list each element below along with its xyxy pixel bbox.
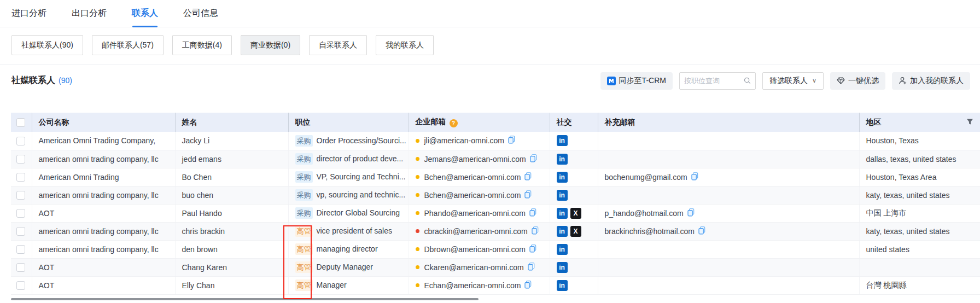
chip-business-registry[interactable]: 工商数据(4) — [172, 35, 232, 55]
region-cell — [859, 258, 980, 276]
one-click-optimize-button[interactable]: 一键优选 — [830, 72, 885, 90]
company-cell: american omni trading company, llc — [32, 186, 175, 204]
company-cell: american omni trading company, llc — [32, 222, 175, 240]
row-checkbox[interactable] — [16, 209, 25, 218]
contact-name-cell: Paul Hando — [175, 204, 288, 222]
select-all-checkbox[interactable] — [16, 118, 25, 127]
row-checkbox[interactable] — [16, 263, 25, 272]
chip-self-collected[interactable]: 自采联系人 — [309, 35, 367, 55]
table-row: american omni trading company, llcden br… — [11, 240, 980, 258]
linkedin-icon[interactable]: in — [557, 190, 568, 201]
social-cell: inX — [550, 222, 598, 240]
table-row: american omni trading company, llcbuo ch… — [11, 186, 980, 204]
row-checkbox[interactable] — [16, 137, 25, 145]
horizontal-scrollbar-thumb[interactable] — [11, 298, 479, 300]
copy-icon[interactable] — [691, 172, 698, 182]
header-extra-email: 补充邮箱 — [598, 113, 859, 132]
company-cell: AOT — [32, 258, 175, 276]
email-text: Ckaren@american-omni.com — [424, 263, 524, 272]
row-checkbox[interactable] — [16, 173, 25, 182]
linkedin-icon[interactable]: in — [557, 172, 568, 183]
x-twitter-icon[interactable]: X — [570, 226, 581, 237]
email-status-dot — [416, 229, 419, 233]
row-checkbox[interactable] — [16, 281, 25, 290]
extra-email-cell — [598, 276, 859, 294]
chip-email-contacts[interactable]: 邮件联系人(57) — [92, 35, 164, 55]
row-checkbox[interactable] — [16, 155, 25, 164]
x-twitter-icon[interactable]: X — [570, 208, 581, 219]
position-cell: 采购director of product deve... — [288, 150, 409, 168]
company-cell: American Omni Trading Company, — [32, 132, 175, 150]
contact-name-cell: den brown — [175, 240, 288, 258]
email-text: Jemans@american-omni.com — [424, 155, 526, 164]
extra-email-cell: bochenumg@gmail.com — [598, 168, 859, 186]
header-position: 职位 — [288, 113, 409, 132]
row-checkbox[interactable] — [16, 227, 25, 236]
linkedin-icon[interactable]: in — [557, 135, 568, 146]
copy-icon[interactable] — [524, 172, 532, 182]
copy-icon[interactable] — [524, 281, 532, 290]
search-icon[interactable] — [744, 77, 751, 85]
social-cell: in — [550, 186, 598, 204]
table-body: American Omni Trading Company,Jacky Li采购… — [11, 132, 980, 294]
copy-icon[interactable] — [687, 208, 695, 218]
filter-contacts-dropdown[interactable]: 筛选联系人 ∨ — [762, 72, 824, 90]
corporate-email-cell: cbrackin@american-omni.com — [409, 222, 550, 240]
row-checkbox[interactable] — [16, 245, 25, 254]
sync-to-tcrm-button[interactable]: 同步至T-CRM — [600, 72, 673, 90]
chip-my-contacts[interactable]: 我的联系人 — [376, 35, 434, 55]
linkedin-icon[interactable]: in — [557, 262, 568, 273]
position-text: Director Global Sourcing — [317, 208, 400, 217]
extra-email-cell: p_hando@hotmail.com — [598, 204, 859, 222]
social-cell: in — [550, 132, 598, 150]
contact-name-cell: Chang Karen — [175, 258, 288, 276]
company-cell: american omni trading company, llc — [32, 240, 175, 258]
add-user-icon — [899, 77, 907, 85]
copy-icon[interactable] — [530, 154, 537, 164]
linkedin-icon[interactable]: in — [557, 280, 568, 291]
corporate-email-cell: Ckaren@american-omni.com — [409, 258, 550, 276]
extra-email-text: p_hando@hotmail.com — [605, 209, 684, 218]
contacts-table: 公司名称 姓名 职位 企业邮箱? 社交 补充邮箱 地区 American Omn… — [11, 113, 980, 295]
section-header: 社媒联系人(90) 同步至T-CRM 筛选联系人 ∨ 一键优选 加入我的联系人 — [0, 65, 980, 96]
linkedin-icon[interactable]: in — [557, 226, 568, 237]
filter-funnel-icon[interactable] — [966, 118, 973, 125]
linkedin-icon[interactable]: in — [557, 154, 568, 165]
position-text: vice president of sales — [317, 226, 393, 235]
chip-commercial-data[interactable]: 商业数据(0) — [241, 35, 300, 55]
copy-icon[interactable] — [529, 208, 536, 218]
row-checkbox[interactable] — [16, 191, 25, 200]
position-search-input[interactable] — [684, 77, 744, 85]
header-region: 地区 — [859, 113, 980, 132]
linkedin-icon[interactable]: in — [557, 208, 568, 219]
company-cell: American Omni Trading — [32, 168, 175, 186]
tab-import-analysis[interactable]: 进口分析 — [11, 0, 46, 27]
region-cell: dallas, texas, united states — [859, 150, 980, 168]
help-icon[interactable]: ? — [450, 119, 458, 127]
copy-icon[interactable] — [532, 226, 539, 236]
add-to-my-contacts-button[interactable]: 加入我的联系人 — [892, 72, 970, 90]
copy-icon[interactable] — [698, 226, 705, 236]
position-cell: 采购Director Global Sourcing — [288, 204, 409, 222]
linkedin-icon[interactable]: in — [557, 244, 568, 255]
extra-email-cell: brackinchris@hotmail.com — [598, 222, 859, 240]
gem-icon — [837, 77, 845, 85]
copy-icon[interactable] — [524, 190, 532, 200]
copy-icon[interactable] — [529, 244, 536, 254]
tab-contacts[interactable]: 联系人 — [132, 0, 158, 27]
sync-button-label: 同步至T-CRM — [619, 76, 666, 86]
extra-email-text: brackinchris@hotmail.com — [605, 227, 695, 236]
chip-social-contacts[interactable]: 社媒联系人(90) — [11, 35, 83, 55]
tab-export-analysis[interactable]: 出口分析 — [72, 0, 107, 27]
region-cell: united states — [859, 240, 980, 258]
copy-icon[interactable] — [528, 263, 535, 272]
region-cell: Houston, Texas — [859, 132, 980, 150]
position-cell: 高管vice president of sales — [288, 222, 409, 240]
tab-company-info[interactable]: 公司信息 — [183, 0, 218, 27]
email-status-dot — [416, 247, 419, 251]
position-text: Order Processing/Sourci... — [317, 136, 406, 145]
copy-icon[interactable] — [508, 136, 515, 145]
social-cell: in — [550, 168, 598, 186]
role-badge: 高管 — [295, 225, 313, 237]
position-cell: 高管Deputy Manager — [288, 258, 409, 276]
